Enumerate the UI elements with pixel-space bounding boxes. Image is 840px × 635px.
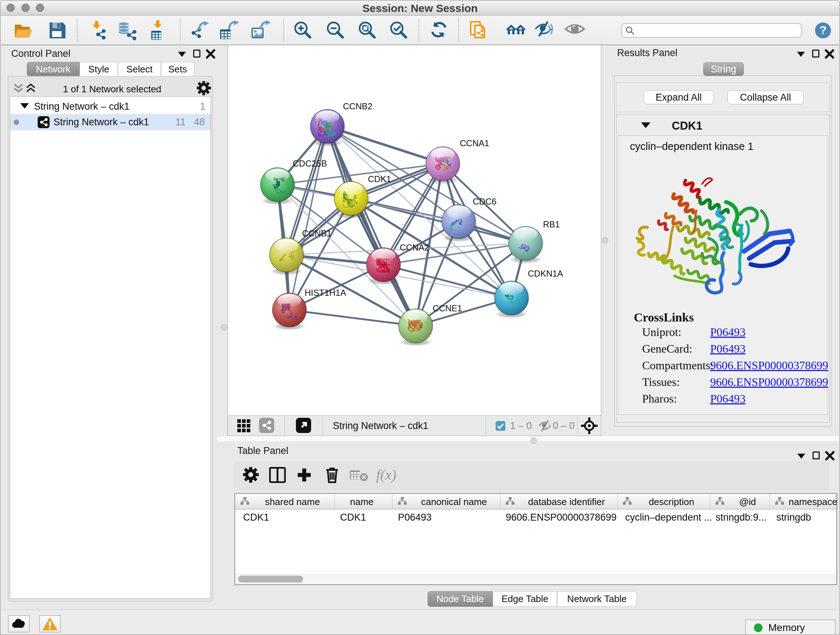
svg-text:CCNE1: CCNE1 (433, 303, 462, 313)
svg-text:CCNA1: CCNA1 (460, 138, 489, 148)
svg-text:CCNB1: CCNB1 (302, 228, 332, 238)
svg-text:CDC25B: CDC25B (293, 158, 327, 168)
svg-text:HIST1H1A: HIST1H1A (305, 288, 346, 298)
svg-text:CDC6: CDC6 (473, 196, 496, 206)
svg-text:RB1: RB1 (543, 219, 560, 229)
svg-text:CCNA2: CCNA2 (400, 242, 429, 252)
svg-text:CDK1: CDK1 (368, 174, 391, 184)
svg-text:?: ? (819, 24, 827, 36)
svg-text:CCNB2: CCNB2 (343, 101, 372, 111)
svg-text:CDKN1A: CDKN1A (528, 269, 563, 279)
